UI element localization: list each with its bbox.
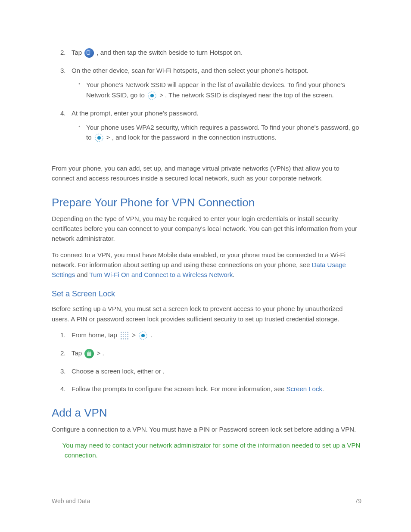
step-text: On the other device, scan for Wi-Fi hots… <box>72 67 308 74</box>
step-3: 3. Choose a screen lock, either or . <box>52 366 361 376</box>
step-text: > <box>132 331 137 339</box>
step-number: 3. <box>60 366 66 376</box>
step-number: 4. <box>60 108 66 118</box>
link-wifi-on[interactable]: Turn Wi-Fi On and Connect to a Wireless … <box>89 271 233 278</box>
svg-rect-13 <box>123 336 124 337</box>
screenlock-paragraph: Before setting up a VPN, you must set a … <box>52 304 361 324</box>
step-number: 2. <box>60 348 66 358</box>
step-text: > <box>97 349 103 357</box>
link-screen-lock[interactable]: Screen Lock <box>286 385 322 392</box>
step-4: 4. At the prompt, enter your phone's pas… <box>52 108 361 143</box>
prepare-paragraph-1: Depending on the type of VPN, you may be… <box>52 214 361 244</box>
step-number: 3. <box>60 65 66 75</box>
page-footer: Web and Data 79 <box>52 497 361 506</box>
settings-icon <box>147 91 157 100</box>
svg-rect-11 <box>127 334 128 335</box>
heading-add-vpn: Add a VPN <box>52 404 361 421</box>
step-text: , and then tap the <box>97 49 149 56</box>
svg-point-3 <box>97 136 101 140</box>
settings-icon <box>138 331 148 340</box>
step-text: to turn Hotspot on. <box>190 49 243 56</box>
step-text: Tap <box>72 349 84 357</box>
step-text: switch beside <box>149 49 189 56</box>
svg-point-1 <box>150 94 154 97</box>
step-text: or <box>155 367 163 375</box>
heading-prepare-vpn: Prepare Your Phone for VPN Connection <box>52 194 361 211</box>
prepare-paragraph-2: To connect to a VPN, you must have Mobil… <box>52 250 361 280</box>
bullet-text: . The network SSID is displayed near the… <box>165 91 334 99</box>
footer-section: Web and Data <box>52 497 90 506</box>
svg-rect-15 <box>127 336 128 337</box>
lock-screen-icon <box>84 349 94 358</box>
bullet-text: > <box>106 134 112 141</box>
step-text: Follow the prompts to configure the scre… <box>72 385 286 392</box>
note-text: You may need to contact your network adm… <box>52 440 361 460</box>
heading-screen-lock: Set a Screen Lock <box>52 288 361 300</box>
step-text: Tap <box>72 49 84 56</box>
step-4: 4. Follow the prompts to configure the s… <box>52 384 361 394</box>
svg-rect-9 <box>123 334 124 335</box>
step-text: At the prompt, enter your phone's passwo… <box>72 109 199 117</box>
bullet-item: Your phone's Network SSID will appear in… <box>72 80 361 100</box>
step-text: Choose a screen lock, either <box>72 367 155 375</box>
svg-rect-19 <box>127 338 128 339</box>
step-number: 4. <box>60 384 66 394</box>
footer-page-number: 79 <box>355 497 361 506</box>
step-text: . <box>102 349 104 357</box>
svg-rect-12 <box>121 336 122 337</box>
step-2: 2. Tap , and then tap the switch beside … <box>52 47 361 58</box>
bullet-text: > <box>159 91 165 99</box>
svg-rect-4 <box>121 332 122 333</box>
svg-point-21 <box>141 334 145 337</box>
text: To connect to a VPN, you must have Mobil… <box>52 251 346 268</box>
step-number: 1. <box>60 330 66 340</box>
addvpn-paragraph: Configure a connection to a VPN. You mus… <box>52 424 361 434</box>
settings-icon <box>94 133 104 143</box>
step-3: 3. On the other device, scan for Wi-Fi h… <box>52 65 361 100</box>
svg-rect-18 <box>125 338 126 339</box>
svg-rect-6 <box>125 332 126 333</box>
step-text: . <box>163 367 165 375</box>
hotspot-icon <box>84 48 94 58</box>
svg-rect-8 <box>121 334 122 335</box>
svg-rect-10 <box>125 334 126 335</box>
text: . <box>233 271 234 278</box>
text: and <box>77 271 89 278</box>
svg-rect-14 <box>125 336 126 337</box>
step-text: . <box>322 385 324 392</box>
step-text: From home, tap <box>72 331 119 339</box>
svg-rect-7 <box>127 332 128 333</box>
svg-rect-5 <box>123 332 124 333</box>
apps-icon <box>120 331 129 340</box>
screenlock-steps: 1. From home, tap > . 2. Tap > . <box>52 330 361 394</box>
svg-rect-16 <box>121 338 122 339</box>
step-1: 1. From home, tap > . <box>52 330 361 340</box>
sub-bullets: Your phone uses WPA2 security, which req… <box>72 122 361 143</box>
step-text: . <box>150 331 152 339</box>
sub-bullets: Your phone's Network SSID will appear in… <box>72 80 361 100</box>
step-2: 2. Tap > . <box>52 348 361 358</box>
note-content: You may need to contact your network adm… <box>62 442 361 459</box>
svg-rect-17 <box>123 338 124 339</box>
document-page: 2. Tap , and then tap the switch beside … <box>0 0 411 532</box>
step-number: 2. <box>60 47 66 57</box>
vpn-intro: From your phone, you can add, set up, an… <box>52 163 361 184</box>
hotspot-steps: 2. Tap , and then tap the switch beside … <box>52 47 361 143</box>
bullet-item: Your phone uses WPA2 security, which req… <box>72 122 361 143</box>
bullet-text: , and look for the password in the conne… <box>112 134 277 141</box>
